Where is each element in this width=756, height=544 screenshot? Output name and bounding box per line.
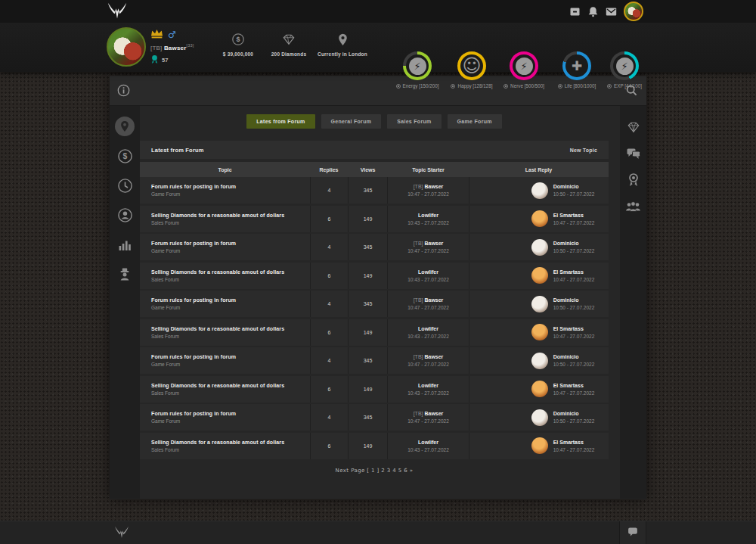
sidebar-item-friends[interactable] (624, 197, 643, 216)
location-value: Currently in London (306, 51, 379, 57)
topic-title[interactable]: Forum rules for posting in forum (151, 354, 310, 359)
topic-forum: Sales Forum (151, 334, 310, 339)
table-row[interactable]: Selling Diamonds for a reasonable amout … (140, 206, 609, 232)
topic-title[interactable]: Selling Diamonds for a reasonable amout … (151, 326, 310, 331)
location-pin-icon (306, 32, 379, 47)
stat-core-icon: ⚡ (616, 58, 634, 75)
sidebar-item-time[interactable] (115, 176, 135, 195)
starter-time: 10:47 - 27.07.2022 (407, 418, 449, 424)
table-row[interactable]: Forum rules for posting in forum Game Fo… (140, 404, 609, 431)
header-views: Views (348, 167, 388, 173)
reply-time: 10:50 - 27.07.2022 (553, 418, 595, 424)
sidebar-item-agent[interactable] (115, 205, 135, 225)
starter-name[interactable]: Lowlifer (418, 326, 438, 331)
game-logo-icon[interactable] (106, 2, 129, 21)
reply-avatar[interactable] (531, 210, 548, 227)
reply-avatar[interactable] (531, 182, 548, 199)
topic-title[interactable]: Selling Diamonds for a reasonable amout … (151, 213, 310, 218)
forum-tab[interactable]: Sales Forum (387, 114, 441, 129)
sidebar-item-awards[interactable] (624, 170, 643, 190)
topic-replies: 4 (310, 404, 348, 431)
reply-name[interactable]: Dominicio (553, 354, 595, 359)
starter-time: 10:43 - 27.07.2022 (407, 220, 449, 225)
reply-name[interactable]: El Smartass (553, 269, 595, 275)
player-avatar[interactable] (107, 27, 146, 67)
topic-replies: 4 (310, 234, 348, 260)
table-row[interactable]: Selling Diamonds for a reasonable amout … (140, 319, 609, 346)
table-row[interactable]: Selling Diamonds for a reasonable amout … (140, 376, 609, 403)
topic-title[interactable]: Selling Diamonds for a reasonable amout … (151, 383, 310, 388)
topic-title[interactable]: Selling Diamonds for a reasonable amout … (151, 440, 310, 445)
reply-name[interactable]: Dominicio (553, 241, 595, 246)
starter-name[interactable]: [TB] Bawser (414, 354, 444, 359)
sidebar-item-chat[interactable] (624, 144, 643, 163)
topic-forum: Sales Forum (151, 447, 310, 452)
stat-bullet-icon (558, 84, 562, 89)
reply-avatar[interactable] (531, 324, 548, 340)
topic-title[interactable]: Forum rules for posting in forum (151, 297, 310, 303)
starter-name[interactable]: [TB] Bawser (414, 297, 444, 303)
forum-tab[interactable]: Lates from Forum (246, 114, 314, 129)
starter-name[interactable]: Lowlifer (418, 383, 438, 388)
table-row[interactable]: Forum rules for posting in forum Game Fo… (140, 234, 609, 260)
reply-name[interactable]: El Smartass (553, 383, 595, 388)
reply-avatar[interactable] (531, 239, 548, 256)
topic-title[interactable]: Selling Diamonds for a reasonable amout … (151, 269, 310, 275)
table-row[interactable]: Forum rules for posting in forum Game Fo… (140, 291, 609, 317)
starter-name[interactable]: Lowlifer (418, 440, 438, 445)
topic-title[interactable]: Forum rules for posting in forum (151, 184, 310, 189)
topic-forum: Sales Forum (151, 390, 310, 396)
starter-time: 10:47 - 27.07.2022 (407, 248, 449, 253)
reply-name[interactable]: El Smartass (553, 213, 595, 218)
reply-name[interactable]: El Smartass (553, 440, 595, 445)
forum-tab[interactable]: Game Forum (448, 114, 502, 129)
notifications-bell-icon[interactable] (587, 6, 599, 17)
player-name: [TB] Bawser[33] (150, 43, 194, 51)
stat-core-icon: ✚ (569, 58, 586, 75)
reply-avatar[interactable] (531, 409, 548, 426)
forum-tab[interactable]: General Forum (321, 114, 382, 129)
footer-logo-icon (113, 525, 130, 540)
sidebar-item-crimes[interactable] (115, 264, 135, 284)
reply-name[interactable]: Dominicio (553, 411, 595, 416)
reply-avatar[interactable] (531, 267, 548, 284)
stat-ring: ☺ Happy [128/128] (448, 51, 496, 89)
pagination[interactable]: Next Page [ 1 ] 2 3 4 5 6 » (140, 468, 609, 474)
sidebar-item-money[interactable]: $ (115, 146, 135, 166)
table-row[interactable]: Forum rules for posting in forum Game Fo… (140, 347, 609, 374)
info-icon[interactable] (117, 84, 130, 100)
mail-icon[interactable] (606, 7, 617, 17)
topic-views: 345 (348, 347, 388, 374)
starter-name[interactable]: Lowlifer (418, 269, 438, 275)
starter-name[interactable]: Lowlifer (418, 213, 438, 218)
inbox-icon[interactable] (569, 6, 581, 17)
topic-title[interactable]: Forum rules for posting in forum (151, 241, 310, 246)
table-row[interactable]: Selling Diamonds for a reasonable amout … (140, 263, 609, 289)
reply-avatar[interactable] (531, 353, 548, 369)
stat-bullet-icon (607, 84, 612, 89)
section-bar: Latest from Forum New Topic (140, 141, 609, 159)
starter-name[interactable]: [TB] Bawser (414, 184, 444, 189)
table-row[interactable]: Forum rules for posting in forum Game Fo… (140, 177, 609, 204)
user-avatar[interactable] (624, 2, 643, 21)
sidebar-item-statistics[interactable] (115, 235, 135, 254)
forum-tabs: Lates from Forum General Forum Sales For… (140, 114, 609, 129)
starter-name[interactable]: [TB] Bawser (414, 241, 444, 246)
topic-views: 149 (348, 433, 388, 459)
reply-name[interactable]: Dominicio (553, 297, 595, 303)
reply-avatar[interactable] (531, 296, 548, 312)
reply-name[interactable]: El Smartass (553, 326, 595, 331)
sidebar-item-diamonds[interactable] (624, 117, 643, 137)
footer-chat-cell[interactable] (619, 521, 646, 544)
money-block: $ $ 39,000,000 (209, 32, 267, 57)
sidebar-item-location[interactable] (115, 117, 135, 136)
starter-name[interactable]: [TB] Bawser (414, 411, 444, 416)
reply-avatar[interactable] (531, 437, 548, 454)
stat-core-icon: ⚡ (409, 58, 426, 75)
reply-avatar[interactable] (531, 381, 548, 397)
reply-name[interactable]: Dominicio (553, 184, 595, 189)
new-topic-button[interactable]: New Topic (570, 148, 597, 153)
topic-title[interactable]: Forum rules for posting in forum (151, 411, 310, 416)
svg-text:$: $ (236, 36, 240, 43)
table-row[interactable]: Selling Diamonds for a reasonable amout … (140, 433, 609, 459)
